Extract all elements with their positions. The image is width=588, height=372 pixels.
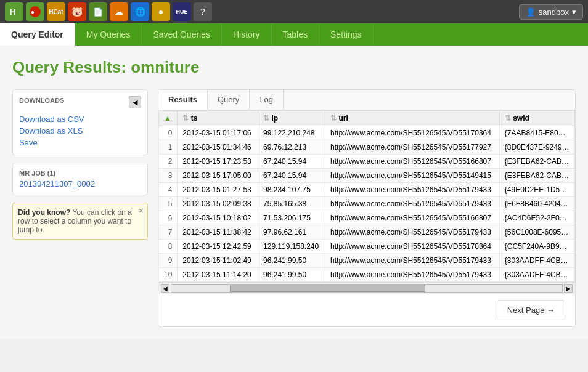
cell-ts: 2012-03-15 01:27:53	[178, 183, 258, 197]
cell-ip: 97.96.62.161	[258, 225, 325, 240]
main-content: Query Results: omniture DOWNLOADS ◀ Down…	[0, 46, 588, 339]
table-row[interactable]: 5 2012-03-15 02:09:38 75.85.165.38 http:…	[159, 197, 575, 211]
download-xls-link[interactable]: Download as XLS	[19, 125, 141, 137]
mr-job-label: MR JOB (1)	[19, 169, 141, 177]
cell-swid: {8D0E437E-9249-4D...	[499, 140, 574, 155]
col-sort-icon-swid: ⇅	[505, 114, 511, 123]
cell-ts: 2012-03-15 01:17:06	[178, 126, 258, 140]
col-header-idx[interactable]: ▲	[159, 111, 178, 126]
cell-url: http://www.acme.com/SH55126545/VD5517943…	[325, 268, 500, 282]
cell-ts: 2012-03-15 01:34:46	[178, 140, 258, 155]
page-title: Query Results: omniture	[12, 58, 576, 77]
circle-icon[interactable]: ●	[152, 2, 170, 21]
cell-idx: 7	[159, 225, 178, 240]
cell-idx: 0	[159, 126, 178, 140]
tab-history[interactable]: History	[222, 23, 272, 46]
tip-close-button[interactable]: ×	[139, 206, 144, 216]
cell-ts: 2012-03-15 12:42:59	[178, 240, 258, 254]
scroll-track[interactable]	[171, 284, 563, 293]
table-row[interactable]: 9 2012-03-15 11:02:49 96.241.99.50 http:…	[159, 254, 575, 268]
cell-ip: 69.76.12.213	[258, 140, 325, 155]
cell-swid: {49E0D2EE-1D57-48...	[499, 183, 574, 197]
download-csv-link[interactable]: Download as CSV	[19, 113, 141, 125]
cell-ip: 96.241.99.50	[258, 254, 325, 268]
file-icon[interactable]: 📄	[89, 2, 107, 21]
app-logo[interactable]: H	[5, 2, 23, 21]
table-row[interactable]: 0 2012-03-15 01:17:06 99.122.210.248 htt…	[159, 126, 575, 140]
cell-ts: 2012-03-15 17:05:00	[178, 169, 258, 183]
tab-settings[interactable]: Settings	[319, 23, 374, 46]
results-tabs: Results Query Log	[158, 90, 575, 110]
table-row[interactable]: 7 2012-03-15 11:38:42 97.96.62.161 http:…	[159, 225, 575, 240]
scroll-left-button[interactable]: ◀	[161, 284, 169, 293]
tab-saved-queries[interactable]: Saved Queries	[142, 23, 222, 46]
collapse-button[interactable]: ◀	[129, 96, 141, 108]
cell-swid: {AC4D6E52-2F0B-48...	[499, 211, 574, 225]
tab-log[interactable]: Log	[250, 90, 284, 110]
cell-url: http://www.acme.com/SH55126545/VD5516680…	[325, 155, 500, 169]
user-menu-button[interactable]: 👤 sandbox ▾	[519, 4, 583, 20]
col-header-url[interactable]: ⇅ url	[325, 111, 500, 126]
tab-query-editor[interactable]: Query Editor	[0, 23, 75, 46]
tip-title: Did you know?	[18, 208, 70, 217]
user-label: sandbox	[539, 7, 569, 17]
top-bar: H ● HCat 🐷 📄 ☁ 🌐 ● HUE ? 👤 sandbox ▾	[0, 0, 588, 23]
scroll-right-button[interactable]: ▶	[564, 284, 573, 293]
results-table-container[interactable]: ▲ ⇅ ts ⇅ ip ⇅	[158, 110, 575, 282]
cloud-icon[interactable]: ☁	[110, 2, 128, 21]
col-sort-icon-ip: ⇅	[263, 114, 269, 123]
scroll-thumb[interactable]	[230, 285, 425, 292]
user-icon: 👤	[526, 7, 536, 17]
tab-tables[interactable]: Tables	[272, 23, 319, 46]
cell-ip: 71.53.206.175	[258, 211, 325, 225]
cell-ts: 2012-03-15 11:02:49	[178, 254, 258, 268]
hue-icon[interactable]: HUE	[173, 2, 191, 21]
table-row[interactable]: 1 2012-03-15 01:34:46 69.76.12.213 http:…	[159, 140, 575, 155]
cell-ts: 2012-03-15 11:14:20	[178, 268, 258, 282]
hive-icon[interactable]: ●	[26, 2, 44, 21]
cell-ts: 2012-03-15 11:38:42	[178, 225, 258, 240]
results-panel: Results Query Log ▲ ⇅ ts	[158, 89, 576, 327]
svg-text:●: ●	[31, 9, 35, 15]
col-header-ip[interactable]: ⇅ ip	[258, 111, 325, 126]
table-row[interactable]: 6 2012-03-15 10:18:02 71.53.206.175 http…	[159, 211, 575, 225]
cell-url: http://www.acme.com/SH55126545/VD5517943…	[325, 183, 500, 197]
cell-url: http://www.acme.com/SH55126545/VD5517036…	[325, 126, 500, 140]
downloads-panel: DOWNLOADS ◀ Download as CSV Download as …	[12, 89, 148, 155]
cell-idx: 3	[159, 169, 178, 183]
sidebar: DOWNLOADS ◀ Download as CSV Download as …	[12, 89, 148, 327]
horizontal-scrollbar[interactable]: ◀ ▶	[158, 282, 575, 294]
tab-results[interactable]: Results	[158, 90, 208, 110]
table-row[interactable]: 8 2012-03-15 12:42:59 129.119.158.240 ht…	[159, 240, 575, 254]
cell-idx: 6	[159, 211, 178, 225]
cell-url: http://www.acme.com/SH55126545/VD5516680…	[325, 211, 500, 225]
cell-idx: 5	[159, 197, 178, 211]
cell-ts: 2012-03-15 02:09:38	[178, 197, 258, 211]
table-row[interactable]: 2 2012-03-15 17:23:53 67.240.15.94 http:…	[159, 155, 575, 169]
cell-ip: 99.122.210.248	[258, 126, 325, 140]
hcat-icon[interactable]: HCat	[47, 2, 65, 21]
table-row[interactable]: 4 2012-03-15 01:27:53 98.234.107.75 http…	[159, 183, 575, 197]
help-icon[interactable]: ?	[194, 2, 212, 21]
col-sort-icon-url: ⇅	[330, 114, 337, 123]
tab-query[interactable]: Query	[208, 90, 250, 110]
cell-url: http://www.acme.com/SH55126545/VD5517943…	[325, 254, 500, 268]
pig-icon[interactable]: 🐷	[68, 2, 86, 21]
cell-url: http://www.acme.com/SH55126545/VD5514941…	[325, 169, 500, 183]
tab-my-queries[interactable]: My Queries	[75, 23, 142, 46]
cell-swid: {303AADFF-4CB8-48...	[499, 268, 574, 282]
cell-idx: 10	[159, 268, 178, 282]
cell-idx: 2	[159, 155, 178, 169]
table-row[interactable]: 10 2012-03-15 11:14:20 96.241.99.50 http…	[159, 268, 575, 282]
col-header-swid[interactable]: ⇅ swid	[499, 111, 574, 126]
mr-job-id-link[interactable]: 201304211307_0002	[19, 179, 95, 188]
col-header-ts[interactable]: ⇅ ts	[178, 111, 258, 126]
svg-text:H: H	[10, 7, 15, 17]
results-table: ▲ ⇅ ts ⇅ ip ⇅	[158, 110, 575, 282]
save-link[interactable]: Save	[19, 137, 141, 148]
cell-ip: 98.234.107.75	[258, 183, 325, 197]
table-row[interactable]: 3 2012-03-15 17:05:00 67.240.15.94 http:…	[159, 169, 575, 183]
globe-icon[interactable]: 🌐	[131, 2, 149, 21]
next-page-button[interactable]: Next Page →	[497, 300, 565, 320]
mr-job-panel: MR JOB (1) 201304211307_0002	[12, 163, 148, 195]
